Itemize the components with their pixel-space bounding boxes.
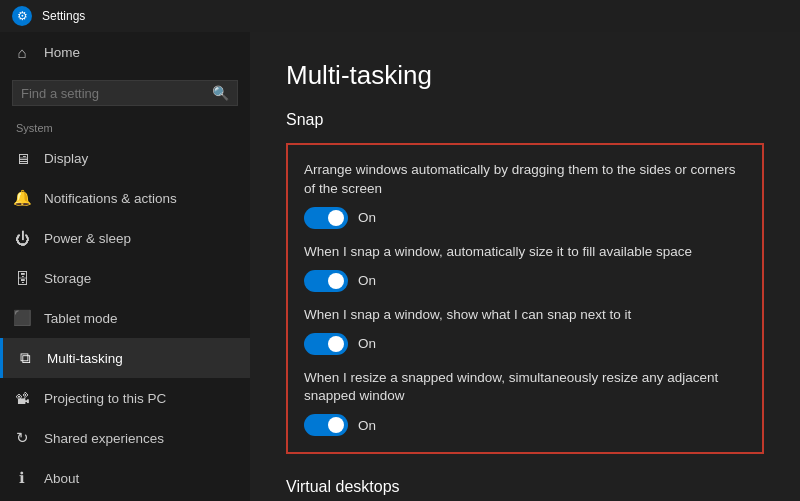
toggle-state-3: On bbox=[358, 418, 376, 433]
toggle-1[interactable] bbox=[304, 270, 348, 292]
sidebar-item-tablet[interactable]: ⬛ Tablet mode bbox=[0, 298, 250, 338]
toggle-2[interactable] bbox=[304, 333, 348, 355]
sidebar-label-projecting: Projecting to this PC bbox=[44, 391, 166, 406]
virtual-desktops-title: Virtual desktops bbox=[286, 478, 764, 496]
toggle-state-2: On bbox=[358, 336, 376, 351]
snap-label-3: When I resize a snapped window, simultan… bbox=[304, 369, 746, 407]
main-layout: ⌂ Home 🔍 System 🖥 Display 🔔 Notification… bbox=[0, 32, 800, 501]
toggle-thumb-1 bbox=[328, 273, 344, 289]
system-section-label: System bbox=[0, 114, 250, 138]
snap-label-1: When I snap a window, automatically size… bbox=[304, 243, 746, 262]
sidebar-label-tablet: Tablet mode bbox=[44, 311, 118, 326]
sidebar-item-power[interactable]: ⏻ Power & sleep bbox=[0, 218, 250, 258]
toggle-track-0 bbox=[304, 207, 348, 229]
sidebar: ⌂ Home 🔍 System 🖥 Display 🔔 Notification… bbox=[0, 32, 250, 501]
sidebar-item-home[interactable]: ⌂ Home bbox=[0, 32, 250, 72]
tablet-icon: ⬛ bbox=[12, 308, 32, 328]
toggle-thumb-2 bbox=[328, 336, 344, 352]
toggle-track-1 bbox=[304, 270, 348, 292]
toggle-thumb-3 bbox=[328, 417, 344, 433]
sidebar-item-notifications[interactable]: 🔔 Notifications & actions bbox=[0, 178, 250, 218]
toggle-row-0: On bbox=[304, 207, 746, 229]
home-label: Home bbox=[44, 45, 80, 60]
multitasking-icon: ⧉ bbox=[15, 348, 35, 368]
page-title: Multi-tasking bbox=[286, 60, 764, 91]
snap-label-0: Arrange windows automatically by draggin… bbox=[304, 161, 746, 199]
content-area: Multi-tasking Snap Arrange windows autom… bbox=[250, 32, 800, 501]
title-bar: ⚙ Settings bbox=[0, 0, 800, 32]
notifications-icon: 🔔 bbox=[12, 188, 32, 208]
toggle-state-1: On bbox=[358, 273, 376, 288]
sidebar-item-multitasking[interactable]: ⧉ Multi-tasking bbox=[0, 338, 250, 378]
shared-icon: ↻ bbox=[12, 428, 32, 448]
sidebar-label-notifications: Notifications & actions bbox=[44, 191, 177, 206]
toggle-track-3 bbox=[304, 414, 348, 436]
sidebar-label-multitasking: Multi-tasking bbox=[47, 351, 123, 366]
home-icon: ⌂ bbox=[12, 42, 32, 62]
sidebar-item-storage[interactable]: 🗄 Storage bbox=[0, 258, 250, 298]
toggle-row-3: On bbox=[304, 414, 746, 436]
sidebar-label-power: Power & sleep bbox=[44, 231, 131, 246]
snap-section-title: Snap bbox=[286, 111, 764, 129]
toggle-row-1: On bbox=[304, 270, 746, 292]
snap-label-2: When I snap a window, show what I can sn… bbox=[304, 306, 746, 325]
storage-icon: 🗄 bbox=[12, 268, 32, 288]
about-icon: ℹ bbox=[12, 468, 32, 488]
settings-icon: ⚙ bbox=[12, 6, 32, 26]
title-bar-text: Settings bbox=[42, 9, 85, 23]
snap-box: Arrange windows automatically by draggin… bbox=[286, 143, 764, 454]
snap-row-1: When I snap a window, automatically size… bbox=[304, 243, 746, 292]
toggle-row-2: On bbox=[304, 333, 746, 355]
snap-row-3: When I resize a snapped window, simultan… bbox=[304, 369, 746, 437]
toggle-thumb-0 bbox=[328, 210, 344, 226]
sidebar-label-storage: Storage bbox=[44, 271, 91, 286]
toggle-state-0: On bbox=[358, 210, 376, 225]
search-input[interactable] bbox=[21, 86, 212, 101]
power-icon: ⏻ bbox=[12, 228, 32, 248]
sidebar-label-about: About bbox=[44, 471, 79, 486]
search-box[interactable]: 🔍 bbox=[12, 80, 238, 106]
display-icon: 🖥 bbox=[12, 148, 32, 168]
sidebar-item-display[interactable]: 🖥 Display bbox=[0, 138, 250, 178]
nav-items-container: 🖥 Display 🔔 Notifications & actions ⏻ Po… bbox=[0, 138, 250, 498]
sidebar-item-projecting[interactable]: 📽 Projecting to this PC bbox=[0, 378, 250, 418]
snap-row-0: Arrange windows automatically by draggin… bbox=[304, 161, 746, 229]
sidebar-item-shared[interactable]: ↻ Shared experiences bbox=[0, 418, 250, 458]
projecting-icon: 📽 bbox=[12, 388, 32, 408]
toggle-track-2 bbox=[304, 333, 348, 355]
search-icon[interactable]: 🔍 bbox=[212, 85, 229, 101]
toggle-3[interactable] bbox=[304, 414, 348, 436]
sidebar-label-display: Display bbox=[44, 151, 88, 166]
sidebar-item-about[interactable]: ℹ About bbox=[0, 458, 250, 498]
snap-row-2: When I snap a window, show what I can sn… bbox=[304, 306, 746, 355]
sidebar-label-shared: Shared experiences bbox=[44, 431, 164, 446]
toggle-0[interactable] bbox=[304, 207, 348, 229]
